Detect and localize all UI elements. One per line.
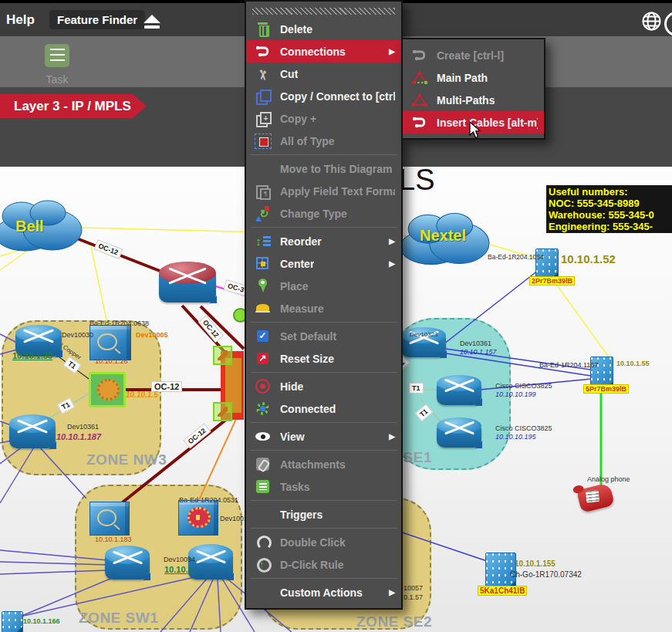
device-label: Analog phone bbox=[587, 475, 630, 483]
menu-item-triggers[interactable]: Triggers bbox=[246, 503, 401, 526]
selection-handle[interactable] bbox=[213, 346, 232, 365]
router-dev10361-nw3[interactable] bbox=[9, 419, 56, 448]
server-ba-ed-0638[interactable] bbox=[89, 325, 131, 360]
menu-item-label: Cut bbox=[280, 68, 298, 80]
router-dev10054[interactable] bbox=[188, 549, 233, 580]
menu-item-label: Hide bbox=[280, 380, 303, 393]
link-device-label: Ba-Ed-1R204.1064 bbox=[488, 253, 544, 261]
submenu-arrow-icon: ▶ bbox=[384, 259, 395, 268]
menu-separator bbox=[251, 322, 397, 323]
submenu-item-multi-paths[interactable]: Multi-Paths bbox=[403, 89, 544, 111]
menu-item-label: Copy + bbox=[280, 113, 316, 125]
menu-item-place: Place bbox=[246, 275, 401, 297]
menu-drag-handle[interactable] bbox=[252, 8, 395, 15]
menu-item-label: Reset Size bbox=[280, 353, 334, 365]
device-ip-label: 10.10.1. bbox=[164, 565, 195, 574]
menu-item-connections[interactable]: Connections ▶ bbox=[246, 40, 401, 63]
menu-item-copy-connect-to[interactable]: Copy / Connect to [ctrl-c] bbox=[246, 85, 401, 107]
menu-item-label: Change Type bbox=[280, 208, 347, 220]
menu-item-reorder[interactable]: ↕ Reorder ▶ bbox=[246, 230, 401, 252]
menu-item-label: Measure bbox=[280, 302, 324, 315]
menu-separator bbox=[251, 450, 397, 451]
menu-item-label: Copy / Connect to [ctrl-c] bbox=[280, 90, 395, 103]
menu-item-label: View bbox=[280, 431, 305, 443]
submenu-arrow-icon: ▶ bbox=[384, 47, 395, 56]
copy-icon bbox=[253, 88, 273, 105]
menu-item-reset-size[interactable]: Reset Size bbox=[246, 347, 401, 370]
menu-item-label: Connections bbox=[280, 46, 346, 58]
menu-item-hide[interactable]: Hide bbox=[246, 375, 401, 397]
device-ip-label: 10.10.1.55 bbox=[616, 360, 650, 367]
server-10-10-1-183[interactable] bbox=[89, 502, 130, 536]
menu-item-custom-actions[interactable]: Custom Actions ▶ bbox=[246, 581, 401, 603]
menu-item-label: Insert Cables [alt-m] bbox=[437, 117, 538, 129]
menu-item-view[interactable]: View ▶ bbox=[246, 425, 401, 448]
menu-item-center[interactable]: Center ▶ bbox=[246, 252, 401, 275]
menu-item-label: Apply Field Text Format bbox=[280, 185, 395, 198]
menu-separator bbox=[251, 528, 397, 529]
app-root: { "topbar": { "help_label": "Help", "fea… bbox=[0, 0, 672, 632]
switch-10-10-1-166[interactable] bbox=[2, 611, 23, 632]
menu-item-label: Place bbox=[280, 280, 309, 292]
core-router[interactable] bbox=[159, 267, 216, 302]
measure-icon bbox=[253, 300, 273, 317]
connection-icon bbox=[410, 114, 430, 131]
device-ip-label: 10.10.1.30 bbox=[12, 351, 52, 360]
context-menu: Delete Connections ▶ ✂ Cut Copy / Connec… bbox=[245, 0, 403, 610]
menu-separator bbox=[251, 422, 397, 423]
router-cisco3825-a[interactable] bbox=[437, 379, 481, 405]
note-line: Engineering: 555-345- bbox=[549, 221, 670, 232]
selection-handle[interactable] bbox=[213, 402, 232, 421]
device-label: Dev10054 bbox=[164, 556, 195, 563]
link-label-t1: T1 bbox=[409, 383, 424, 394]
main-path-icon bbox=[410, 69, 430, 86]
no-icon bbox=[253, 584, 273, 601]
menu-item-cut[interactable]: ✂ Cut bbox=[246, 63, 401, 85]
set-default-icon bbox=[253, 328, 273, 345]
submenu-arrow-icon: ▶ bbox=[384, 588, 395, 597]
tasks-icon bbox=[253, 478, 273, 495]
device-ip-label: 10.10.1.187 bbox=[56, 432, 101, 441]
mouse-cursor bbox=[469, 121, 482, 143]
note-line: Useful numbers: bbox=[549, 186, 670, 198]
no-icon bbox=[253, 161, 273, 177]
menu-item-label: Move to This Diagram bbox=[280, 163, 392, 175]
menu-item-label: Multi-Paths bbox=[437, 94, 495, 106]
bell-cloud[interactable]: Bell bbox=[0, 193, 85, 253]
menu-item-connected[interactable]: Connected bbox=[246, 397, 401, 420]
note-line: NOC: 555-345-8989 bbox=[549, 198, 670, 209]
zone-label-sw1: ZONE SW1 bbox=[79, 610, 158, 627]
device-ip-label: 10.10.1.166 bbox=[23, 617, 60, 625]
port-label: 2Pr7Bm39lB bbox=[529, 276, 575, 286]
nextel-cloud[interactable]: Nextel bbox=[400, 204, 492, 269]
menu-separator bbox=[251, 578, 397, 579]
device-ip-label: 10.10.1.5 bbox=[126, 390, 158, 399]
menu-separator bbox=[251, 227, 397, 228]
device-ip-label: 10.10.1.155 bbox=[515, 559, 555, 568]
device-ip-label: 10.10.10.195 bbox=[495, 433, 536, 441]
submenu-item-main-path[interactable]: Main Path bbox=[403, 66, 544, 89]
menu-item-double-click: Double Click bbox=[246, 531, 401, 553]
firewall-dev10019[interactable] bbox=[178, 500, 218, 536]
selected-firewall-device[interactable] bbox=[89, 372, 126, 407]
paperclip-icon bbox=[253, 456, 273, 473]
connection-icon bbox=[410, 47, 430, 64]
scissors-icon: ✂ bbox=[255, 64, 272, 84]
zone-label-se2: ZONE SE2 bbox=[356, 613, 432, 630]
device-label: Ch-Go-1R170.07342 bbox=[510, 570, 582, 579]
menu-item-label: Create [ctrl-l] bbox=[437, 49, 504, 62]
router-sw1-a[interactable] bbox=[105, 550, 150, 580]
port-label: 5Pr7Bm39lB bbox=[583, 384, 629, 394]
menu-item-all-of-type: All of Type bbox=[246, 130, 401, 152]
device-ip-label: 10.10.1.157 bbox=[460, 348, 497, 356]
menu-item-measure: Measure bbox=[246, 297, 401, 319]
change-type-icon: ↻ bbox=[253, 205, 273, 222]
device-label-fragment: 10057 bbox=[404, 584, 423, 592]
menu-item-apply-field-text-format: Apply Field Text Format bbox=[246, 180, 401, 202]
port-label: 5Ka1Ch41lB bbox=[478, 586, 527, 596]
router-cisco3825-b[interactable] bbox=[437, 421, 481, 448]
menu-item-delete[interactable]: Delete bbox=[246, 18, 401, 40]
device-label: Dev10030 bbox=[62, 331, 93, 339]
device-label: Cisco CISCO3825 bbox=[495, 382, 552, 390]
device-label: Dev10361 bbox=[460, 340, 491, 347]
